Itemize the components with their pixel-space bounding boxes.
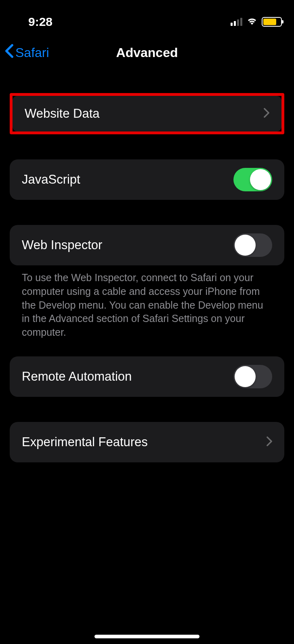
row-label: Web Inspector [22,238,102,252]
experimental-features-row[interactable]: Experimental Features [10,422,284,462]
status-bar: 9:28 [0,0,294,32]
content: Website Data JavaScript Web Inspector To… [0,93,294,462]
status-time: 9:28 [28,15,52,29]
website-data-row[interactable]: Website Data [13,96,281,131]
web-inspector-footer: To use the Web Inspector, connect to Saf… [10,265,284,339]
chevron-right-icon [267,436,272,448]
cellular-icon [231,18,242,26]
javascript-toggle[interactable] [233,168,272,191]
javascript-row[interactable]: JavaScript [10,159,284,200]
highlight-box: Website Data [10,93,284,134]
web-inspector-toggle[interactable] [233,233,272,257]
wifi-icon [246,17,258,27]
home-indicator[interactable] [94,635,200,638]
row-label: Website Data [25,106,100,121]
page-title: Advanced [116,45,178,60]
back-button[interactable]: Safari [5,44,49,61]
row-label: JavaScript [22,172,80,187]
row-label: Experimental Features [22,435,148,449]
chevron-left-icon [5,44,14,61]
battery-icon [262,17,282,27]
remote-automation-row[interactable]: Remote Automation [10,356,284,397]
back-label: Safari [15,45,49,60]
web-inspector-row[interactable]: Web Inspector [10,225,284,265]
remote-automation-toggle[interactable] [233,365,272,388]
nav-bar: Safari Advanced [0,36,294,69]
status-icons [231,17,282,27]
chevron-right-icon [264,108,269,119]
row-label: Remote Automation [22,369,132,384]
